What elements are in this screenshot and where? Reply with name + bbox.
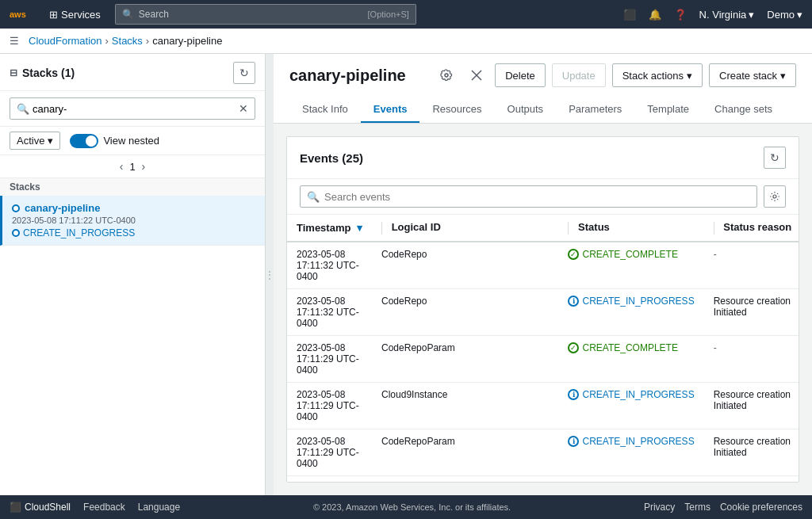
table-row: 2023-05-08 17:11:32 UTC-0400 CodeRepo ℹ … [287, 288, 799, 335]
services-button[interactable]: ⊞ Services [43, 6, 107, 24]
help-icon[interactable]: ❓ [674, 9, 687, 21]
events-settings-button[interactable] [764, 185, 786, 208]
sidebar-search-clear[interactable]: ✕ [239, 102, 248, 115]
terms-link[interactable]: Terms [684, 502, 710, 513]
region-selector[interactable]: N. Virginia ▾ [699, 9, 755, 21]
close-icon-button[interactable] [465, 63, 488, 87]
tab-stack-info[interactable]: Stack Info [289, 97, 361, 123]
col-status-reason[interactable]: Status reason [704, 215, 799, 242]
table-row: 2023-05-08 17:11:29 UTC-0400 CodeRepoPar… [287, 335, 799, 382]
col-divider-3 [714, 222, 714, 235]
search-placeholder: Search [139, 9, 169, 20]
feedback-link[interactable]: Feedback [83, 502, 125, 513]
events-search-wrap[interactable]: 🔍 [300, 185, 757, 208]
cell-timestamp: 2023-05-08 17:11:29 UTC-0400 [287, 429, 372, 475]
collapse-icon[interactable]: ⊟ [10, 67, 17, 78]
hamburger-menu[interactable]: ☰ [10, 35, 19, 47]
nested-label: View nested [103, 135, 159, 147]
nested-toggle[interactable] [70, 134, 98, 148]
page-title: canary-pipeline [289, 67, 406, 85]
stack-actions-label: Stack actions [622, 70, 684, 82]
tab-template[interactable]: Template [634, 97, 702, 123]
page-number: 1 [129, 161, 135, 173]
account-chevron: ▾ [797, 9, 802, 21]
col-status[interactable]: Status [558, 215, 703, 242]
tab-resources[interactable]: Resources [419, 97, 494, 123]
tab-outputs[interactable]: Outputs [495, 97, 557, 123]
cell-timestamp: 2023-05-08 17:11:29 UTC-0400 [287, 335, 372, 382]
sidebar: ⊟ Stacks (1) ↻ 🔍 ✕ Active ▾ View nested … [0, 54, 266, 495]
cookie-preferences-link[interactable]: Cookie preferences [720, 502, 802, 513]
cell-status: ℹ CREATE_IN_PROGRESS [558, 429, 703, 475]
bell-icon[interactable]: 🔔 [649, 9, 661, 21]
cell-logical-id: CodeRepo [372, 242, 558, 289]
cell-logical-id: CodeRepo [372, 288, 558, 335]
events-refresh-button[interactable]: ↻ [764, 147, 786, 169]
sidebar-search-icon: 🔍 [17, 103, 29, 115]
cell-reason: Resource creation Initiated [704, 382, 799, 429]
delete-button[interactable]: Delete [495, 63, 546, 87]
table-row: 2023-05-08 17:11:29 UTC-0400 CodeRepoPar… [287, 429, 799, 475]
col-divider [381, 222, 382, 235]
cell-timestamp: 2023-05-08 17:11:28 UTC-0400 [287, 475, 372, 482]
language-link[interactable]: Language [138, 502, 180, 513]
status-icon: ℹ [568, 436, 579, 447]
sidebar-search-input-wrap[interactable]: 🔍 ✕ [10, 97, 255, 120]
sidebar-items: canary-pipeline 2023-05-08 17:11:22 UTC-… [0, 196, 265, 495]
col-logical-id[interactable]: Logical ID [372, 215, 558, 242]
col-timestamp[interactable]: Timestamp ▾ [287, 215, 372, 242]
status-text: CREATE_COMPLETE [582, 249, 677, 260]
terminal-icon[interactable]: ⬛ [623, 9, 636, 21]
prev-page-button[interactable]: ‹ [120, 160, 124, 173]
next-page-button[interactable]: › [142, 160, 146, 173]
search-shortcut: [Option+S] [368, 10, 409, 19]
settings-icon-button[interactable] [435, 63, 458, 87]
status-text: CREATE_IN_PROGRESS [582, 296, 694, 307]
update-label: Update [562, 70, 596, 82]
resize-handle[interactable]: ⋮ [266, 54, 274, 495]
events-title: Events (25) [300, 151, 363, 165]
events-search-icon: 🔍 [307, 191, 320, 203]
tab-change-sets[interactable]: Change sets [702, 97, 785, 123]
stack-item[interactable]: canary-pipeline 2023-05-08 17:11:22 UTC-… [0, 196, 265, 246]
cell-timestamp: 2023-05-08 17:11:29 UTC-0400 [287, 382, 372, 429]
status-icon: ✓ [568, 249, 579, 260]
events-search-input[interactable] [324, 191, 750, 203]
sidebar-search-input[interactable] [33, 103, 239, 115]
filter-select[interactable]: Active ▾ [10, 132, 60, 150]
sidebar-title-text: Stacks (1) [22, 67, 75, 79]
cell-logical-id: CodeRepoParam [372, 429, 558, 475]
account-selector[interactable]: Demo ▾ [767, 9, 802, 21]
tab-parameters[interactable]: Parameters [556, 97, 634, 123]
privacy-link[interactable]: Privacy [644, 502, 675, 513]
create-stack-button[interactable]: Create stack ▾ [709, 63, 796, 87]
sidebar-list-header: Stacks [0, 178, 265, 196]
cloudshell-button[interactable]: ⬛ CloudShell [10, 502, 71, 513]
table-header-row: Timestamp ▾ Logical ID Status [287, 215, 799, 242]
stack-actions-button[interactable]: Stack actions ▾ [612, 63, 703, 87]
view-nested-toggle: View nested [70, 134, 159, 148]
sidebar-refresh-button[interactable]: ↻ [233, 62, 255, 84]
breadcrumb: CloudFormation › Stacks › canary-pipelin… [29, 35, 222, 47]
cell-reason: Resource creation Initiated [704, 288, 799, 335]
terminal-icon-bottom: ⬛ [10, 502, 21, 513]
search-icon: 🔍 [122, 9, 134, 20]
tab-events[interactable]: Events [361, 97, 420, 123]
events-gear-icon [769, 191, 780, 202]
global-search[interactable]: 🔍 Search [Option+S] [115, 4, 416, 25]
bottom-right: Privacy Terms Cookie preferences [644, 502, 802, 513]
cell-status: ✓ CREATE_COMPLETE [558, 242, 703, 289]
breadcrumb-stacks[interactable]: Stacks [112, 35, 143, 47]
breadcrumb-sep-1: › [105, 35, 109, 47]
status-progress-dot [12, 229, 20, 237]
update-button[interactable]: Update [552, 63, 606, 87]
svg-text:aws: aws [10, 10, 26, 19]
copyright: © 2023, Amazon Web Services, Inc. or its… [313, 502, 511, 512]
breadcrumb-cloudformation[interactable]: CloudFormation [29, 35, 102, 47]
main-content: canary-pipeline [274, 54, 812, 495]
cell-reason: - [704, 335, 799, 382]
table-row: 2023-05-08 17:11:28 UTC-0400 BuildResult… [287, 475, 799, 482]
events-card: Events (25) ↻ 🔍 [286, 136, 799, 483]
events-table-wrap: Timestamp ▾ Logical ID Status [287, 215, 799, 482]
create-stack-chevron: ▾ [780, 70, 786, 82]
